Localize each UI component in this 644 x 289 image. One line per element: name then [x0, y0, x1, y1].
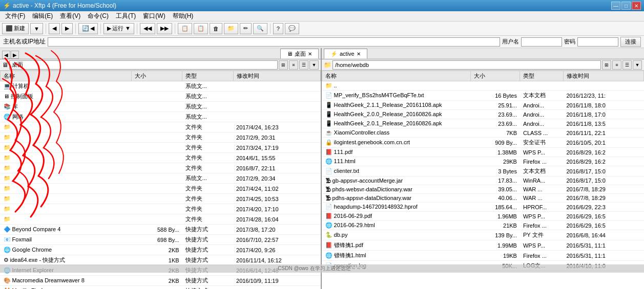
right-location-input[interactable]	[333, 60, 601, 70]
list-item[interactable]: 📄 clienter.txt 3 Bytes 文本文档 2016/8/17, 1…	[322, 166, 644, 176]
list-item[interactable]: 🗜 phds-websvr-dataDictionary.war 39.05..…	[322, 185, 644, 194]
address-input[interactable]	[48, 37, 500, 47]
list-item[interactable]: ⚙ idea64.exe - 快捷方式 1KB 快捷方式 2016/11/14,…	[1, 255, 321, 265]
list-item[interactable]: 📁 ..	[322, 81, 644, 91]
list-item[interactable]: 📱 HealthGeek_2.0.1_Release_20160826.apk …	[322, 119, 644, 128]
list-item[interactable]: 📁 文件夹 2017/4/24, 11:02	[1, 184, 321, 194]
tool-btn-3[interactable]: 📋	[178, 23, 192, 34]
list-item[interactable]: 🖥 控制面板 系统文...	[1, 92, 321, 102]
menu-view[interactable]: 查看(V)	[57, 11, 84, 21]
tool-btn-4[interactable]: 📋	[194, 23, 208, 34]
left-location-input[interactable]	[9, 60, 278, 70]
list-item[interactable]: 📁 文件夹 2014/6/1, 15:55	[1, 153, 321, 163]
right-col-size[interactable]: 大小	[470, 71, 520, 81]
list-item[interactable]: 🔒 ilogintest.genebook.com.cn.crt 909 By.…	[322, 138, 644, 148]
username-input[interactable]	[521, 37, 562, 47]
left-col-size[interactable]: 大小	[131, 71, 182, 81]
file-icon: 📁	[4, 206, 11, 212]
list-item[interactable]: 🌐 111.html 29KB Firefox ... 2016/8/29, 1…	[322, 157, 644, 166]
left-location-bar: 🖥 ⊞ ≡ ☰ ▼	[0, 59, 321, 71]
right-detail-view[interactable]: ☰	[622, 60, 632, 70]
tool-btn-5[interactable]: 🗑	[210, 23, 222, 34]
connect-button[interactable]: 连接	[620, 37, 641, 47]
left-col-name[interactable]: 名称	[1, 71, 132, 81]
left-list-view[interactable]: ≡	[289, 60, 298, 70]
left-tab-close[interactable]: ✕	[308, 51, 312, 57]
new-dropdown[interactable]: ▼	[30, 23, 43, 34]
left-col-date[interactable]: 修改时间	[233, 71, 320, 81]
new-button[interactable]: ⬛ 新建	[2, 23, 29, 34]
list-item[interactable]: 🔷 Beyond Compare 4 588 By... 快捷方式 2017/3…	[1, 225, 321, 235]
menu-help[interactable]: 帮助(H)	[170, 11, 197, 21]
menu-window[interactable]: 窗口(W)	[140, 11, 168, 21]
right-col-type[interactable]: 类型	[520, 71, 564, 81]
right-tab-close[interactable]: ✕	[357, 51, 361, 57]
left-grid-view[interactable]: ⊞	[279, 60, 288, 70]
forward-button[interactable]: ▶	[61, 23, 73, 34]
list-item[interactable]: 📚 库 系统文...	[1, 102, 321, 112]
left-view-dropdown[interactable]: ▼	[309, 60, 319, 70]
list-item[interactable]: 📁 文件夹 2017/4/20, 17:10	[1, 204, 321, 214]
tool-btn-1[interactable]: ◀◀	[140, 23, 155, 34]
new-icon: ⬛	[6, 25, 13, 32]
chat-button[interactable]: 💬	[285, 23, 299, 34]
menu-command[interactable]: 命令(C)	[85, 11, 112, 21]
file-icon: 📱	[325, 102, 333, 108]
list-item[interactable]: 📄 heapdump-1467209148932.hprof 185.64...…	[322, 203, 644, 212]
active-tab-icon: ⚡	[330, 51, 338, 57]
list-item[interactable]: 🗜 gb-appsvr-accountMerge.jar 17.83... Wi…	[322, 176, 644, 185]
tool-btn-8[interactable]: 🔍	[253, 23, 267, 34]
password-input[interactable]	[577, 37, 618, 47]
list-item[interactable]: 📁 文件夹 2017/2/9, 20:31	[1, 132, 321, 143]
list-item[interactable]: 📱 HealthGeek_2.0.0_Release_20160826.apk …	[322, 110, 644, 119]
list-item[interactable]: 🦊 Mozilla Firefox 1KB 快捷方式 2015/7/20, 10…	[1, 286, 321, 290]
tool-btn-7[interactable]: ✏	[240, 23, 252, 34]
list-item[interactable]: 📁 文件夹 2017/3/24, 17:19	[1, 143, 321, 153]
list-item[interactable]: 🗜 pdhs-appsvr-dataDictionary.war 40.06..…	[322, 194, 644, 203]
tool-btn-2[interactable]: ▶▶	[157, 23, 172, 34]
right-col-name[interactable]: 名称	[322, 71, 471, 81]
list-item[interactable]: 🎨 Macromedia Dreamweaver 8 2KB 快捷方式 2016…	[1, 276, 321, 286]
file-icon: 📧	[4, 236, 11, 242]
left-col-type[interactable]: 类型	[182, 71, 233, 81]
close-button[interactable]: ✕	[632, 2, 641, 10]
back-button[interactable]: ◀	[49, 23, 60, 34]
maximize-button[interactable]: □	[621, 2, 631, 10]
left-tab-next[interactable]: ▶	[11, 51, 19, 59]
menu-tools[interactable]: 工具(T)	[113, 11, 139, 21]
list-item[interactable]: 📁 文件夹 2017/4/25, 10:53	[1, 194, 321, 204]
list-item[interactable]: ☕ XiaomiController.class 7KB CLASS ... 2…	[322, 128, 644, 138]
list-item[interactable]: 📁 文件夹 2017/4/24, 16:23	[1, 122, 321, 132]
list-item[interactable]: 📁 文件夹 2017/4/28, 16:04	[1, 214, 321, 225]
list-item[interactable]: 🌐 网络 系统文...	[1, 112, 321, 122]
help-button[interactable]: ?	[273, 23, 283, 34]
minimize-button[interactable]: —	[611, 2, 620, 10]
list-item[interactable]: 🌐 2016-06-29.html 21KB Firefox ... 2016/…	[322, 221, 644, 230]
list-item[interactable]: 📕 2016-06-29.pdf 1.96MB WPS P... 2016/6/…	[322, 212, 644, 221]
right-tab-active[interactable]: ⚡ active ✕	[324, 49, 367, 59]
reconnect-button[interactable]: 🔄 ◀	[78, 23, 98, 34]
right-grid-view[interactable]: ⊞	[602, 60, 611, 70]
list-item[interactable]: 📁 系统文... 2017/2/9, 20:34	[1, 173, 321, 184]
tool-btn-6[interactable]: 📁	[224, 23, 238, 34]
list-item[interactable]: 📕 镖锋擒1.pdf 1.99MB WPS P... 2016/5/31, 11…	[322, 240, 644, 251]
list-item[interactable]: 📧 Foxmail 698 By... 快捷方式 2016/7/10, 22:5…	[1, 235, 321, 245]
list-item[interactable]: 📱 HealthGeek_2.1.1_Release_20161108.apk …	[322, 101, 644, 110]
run-button[interactable]: ▶ 运行 ▼	[103, 23, 134, 34]
list-item[interactable]: 📄 MP_verify_BSs2hsM4TGeBqFTe.txt 16 Byte…	[322, 91, 644, 101]
menu-file[interactable]: 文件(F)	[2, 11, 28, 21]
list-item[interactable]: 📕 111.pdf 1.38MB WPS P... 2016/8/29, 16:…	[322, 148, 644, 157]
left-tab-desktop[interactable]: 🖥 桌面 ✕	[280, 49, 319, 59]
list-item[interactable]: 🌐 镖锋擒1.html 19KB Firefox ... 2016/5/31, …	[322, 251, 644, 261]
left-tab-prev[interactable]: ◀	[2, 51, 10, 59]
list-item[interactable]: 📁 文件夹 2016/8/7, 22:11	[1, 163, 321, 173]
window-controls[interactable]: — □ ✕	[611, 2, 641, 10]
menu-edit[interactable]: 编辑(E)	[29, 11, 56, 21]
list-item[interactable]: 💻 计算机 系统文...	[1, 81, 321, 92]
right-list-view[interactable]: ≡	[612, 60, 621, 70]
right-col-date[interactable]: 修改时间	[563, 71, 643, 81]
list-item[interactable]: 🐍 db.py 139 By... PY 文件 2016/6/8, 16:44	[322, 230, 644, 240]
left-detail-view[interactable]: ☰	[299, 60, 308, 70]
right-view-dropdown[interactable]: ▼	[633, 60, 642, 70]
list-item[interactable]: 🌐 Google Chrome 2KB 快捷方式 2017/4/20, 9:26	[1, 245, 321, 255]
